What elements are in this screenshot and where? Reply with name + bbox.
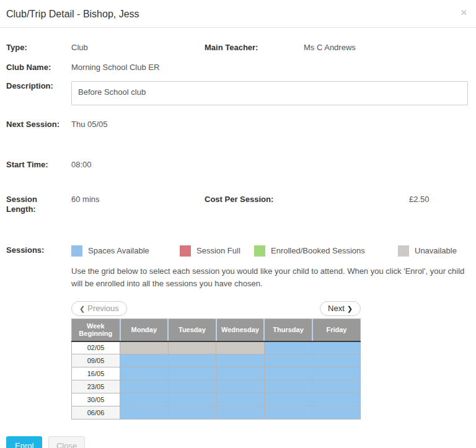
session-cell-available[interactable] [312,367,361,380]
next-label: Next [328,304,345,313]
legend-item-booked: Enrolled/Booked Sessions [254,245,398,257]
session-cell-available[interactable] [168,380,216,393]
week-label: 16/05 [72,367,120,380]
session-cell-available[interactable] [168,354,216,367]
session-cell-available[interactable] [168,367,216,380]
unavailable-swatch [398,245,409,257]
sessions-table-header-row: Week BeginningMondayTuesdayWednesdayThur… [72,319,361,341]
club-name-row: Club Name: Morning School Club ER [6,63,468,72]
column-header-wednesday: Wednesday [216,319,265,341]
session-cell-available[interactable] [120,367,169,380]
week-row-06-06: 06/06 [72,406,361,419]
pager: ❮Previous Next❯ [71,301,361,316]
chevron-left-icon: ❮ [79,305,85,312]
cost-per-session-label: Cost Per Session: [205,195,409,204]
close-button[interactable]: Close [48,436,85,448]
session-length-row: Session Length: 60 mins Cost Per Session… [6,195,468,215]
modal-footer: Enrol Close [0,419,476,448]
session-cell-available[interactable] [264,393,312,406]
type-label: Type: [6,43,71,53]
session-cell-available[interactable] [216,393,265,406]
next-session-label: Next Session: [6,120,71,130]
session-cell-available[interactable] [312,341,361,354]
week-label: 06/06 [72,406,120,419]
week-row-02-05: 02/05 [72,341,361,354]
session-cell-available[interactable] [120,380,169,393]
week-label: 23/05 [72,380,120,393]
club-trip-detail-modal: Club/Trip Detail - Bishop, Jess ✕ Type: … [0,0,476,448]
week-row-09-05: 09/05 [72,354,361,367]
description-row: Description: Before School club [6,81,468,105]
spaces-available-label: Spaces Available [88,246,149,255]
session-cell-available[interactable] [216,367,265,380]
week-row-16-05: 16/05 [72,367,361,380]
modal-body: Type: Club Main Teacher: Ms C Andrews Cl… [0,43,476,419]
next-session-value: Thu 05/05 [71,120,108,130]
sessions-legend-row: Sessions: Spaces Available Session Full … [6,245,468,257]
session-cell-available[interactable] [264,341,312,354]
week-row-30-05: 30/05 [72,393,361,406]
session-cell-available[interactable] [264,406,312,419]
instructions-text: Use the grid below to select each sessio… [71,265,468,291]
modal-header: Club/Trip Detail - Bishop, Jess ✕ [0,0,476,28]
cost-per-session-value: £2.50 [409,195,430,204]
club-name-value: Morning School Club ER [71,63,159,72]
description-label: Description: [6,81,71,91]
type-value: Club [71,43,205,53]
booked-sessions-label: Enrolled/Booked Sessions [271,246,365,255]
spaces-available-swatch [71,245,82,257]
session-cell-unavailable [120,341,169,354]
column-header-tuesday: Tuesday [168,319,216,341]
sessions-table-body: 02/0509/0516/0523/0530/0506/06 [72,341,361,419]
session-cell-available[interactable] [264,354,312,367]
session-cell-available[interactable] [168,393,216,406]
week-label: 09/05 [72,354,120,367]
close-icon[interactable]: ✕ [461,8,467,17]
chevron-right-icon: ❯ [347,305,353,312]
column-header-friday: Friday [312,319,361,341]
session-length-label: Session Length: [6,195,71,215]
column-header-week-beginning: Week Beginning [72,319,120,341]
session-cell-available[interactable] [312,406,361,419]
legend-item-session-full: Session Full [180,245,254,257]
sessions-legend: Spaces Available Session Full Enrolled/B… [71,245,457,257]
enrol-button[interactable]: Enrol [6,436,42,448]
week-label: 30/05 [72,393,120,406]
session-cell-available[interactable] [216,380,265,393]
unavailable-label: Unavailable [415,246,457,255]
session-cell-available[interactable] [216,406,265,419]
sessions-table: Week BeginningMondayTuesdayWednesdayThur… [71,318,361,419]
session-cell-available[interactable] [120,406,169,419]
session-cell-available[interactable] [120,354,169,367]
sessions-label: Sessions: [6,245,71,255]
week-label: 02/05 [72,341,120,354]
session-full-swatch [180,245,191,257]
description-input[interactable]: Before School club [71,81,468,105]
start-time-label: Start Time: [6,160,71,170]
week-row-23-05: 23/05 [72,380,361,393]
session-cell-unavailable [216,341,265,354]
booked-sessions-swatch [254,245,265,257]
next-button[interactable]: Next❯ [320,301,361,316]
previous-label: Previous [87,304,119,313]
club-name-label: Club Name: [6,63,71,72]
session-cell-available[interactable] [120,393,169,406]
session-cell-available[interactable] [264,380,312,393]
session-cell-available[interactable] [312,354,361,367]
session-cell-available[interactable] [312,393,361,406]
legend-item-spaces-available: Spaces Available [71,245,180,257]
previous-button[interactable]: ❮Previous [71,301,127,316]
modal-title: Club/Trip Detail - Bishop, Jess [6,9,467,20]
main-teacher-value: Ms C Andrews [304,43,356,53]
column-header-thursday: Thursday [264,319,312,341]
session-length-value: 60 mins [71,195,205,204]
session-cell-available[interactable] [312,380,361,393]
sessions-grid-section: ❮Previous Next❯ Week BeginningMondayTues… [71,301,361,419]
type-row: Type: Club Main Teacher: Ms C Andrews [6,43,468,53]
session-full-label: Session Full [196,246,240,255]
next-session-row: Next Session: Thu 05/05 [6,120,468,130]
start-time-row: Start Time: 08:00 [6,160,468,170]
session-cell-available[interactable] [264,367,312,380]
session-cell-available[interactable] [216,354,265,367]
session-cell-available[interactable] [168,406,216,419]
